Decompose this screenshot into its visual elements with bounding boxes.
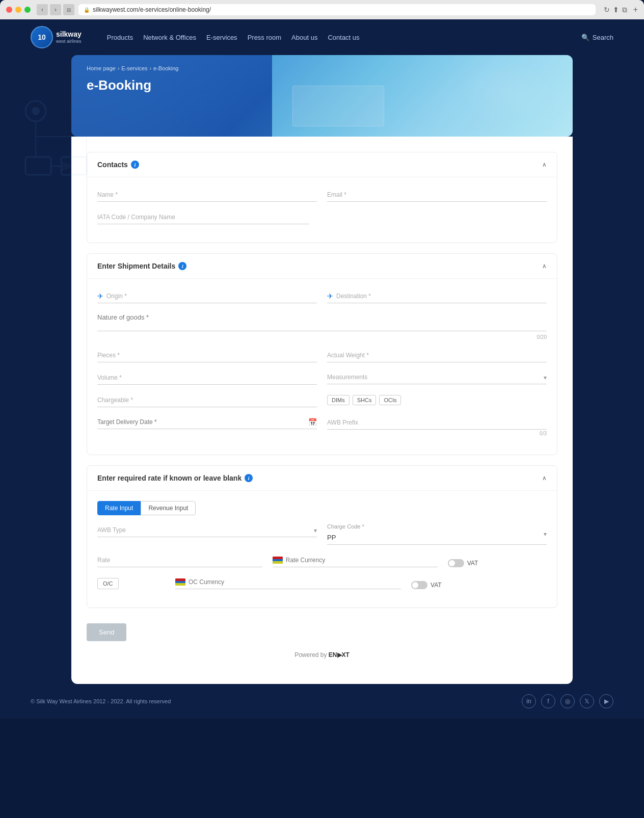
sidebar-button[interactable]: ⊟ [63, 4, 74, 15]
nav-eservices[interactable]: E-services [206, 34, 237, 41]
calendar-icon[interactable]: 📅 [308, 418, 317, 426]
volume-input[interactable] [97, 371, 317, 385]
search-area[interactable]: 🔍 Search [581, 34, 613, 41]
logo-text: silkway west airlines [56, 30, 82, 44]
name-field [97, 188, 317, 202]
origin-input-wrapper: ✈ [97, 289, 317, 303]
linkedin-icon[interactable]: in [522, 694, 536, 708]
vat-toggle[interactable] [448, 559, 464, 567]
minimize-button[interactable] [15, 7, 21, 13]
delivery-date-field: 📅 [97, 415, 317, 436]
close-button[interactable] [6, 7, 12, 13]
rate-header[interactable]: Enter required rate if known or leave bl… [87, 466, 557, 491]
origin-input[interactable] [106, 289, 317, 303]
main-content: Contacts i ∧ [71, 137, 573, 684]
nav-about[interactable]: About us [291, 34, 317, 41]
vat2-toggle-area: VAT [411, 581, 547, 589]
shipment-body: ✈ ✈ [87, 279, 557, 455]
awb-type-select[interactable]: AWB Type Master House [97, 523, 317, 537]
awb-prefix-field: 0/3 [327, 415, 547, 436]
brand-name: silkway [56, 30, 82, 39]
back-button[interactable]: ‹ [37, 4, 48, 15]
contacts-section: Contacts i ∧ [87, 152, 557, 243]
breadcrumb-eservices[interactable]: E-services [121, 65, 147, 71]
top-nav: 10 silkway west airlines Products Networ… [0, 19, 644, 55]
tags-area: DIMs SHCs OCIs [327, 393, 547, 407]
vat2-field: VAT [411, 581, 547, 589]
iata-input[interactable] [97, 210, 309, 224]
email-input[interactable] [327, 188, 547, 202]
iata-field [97, 210, 309, 224]
shcs-tag[interactable]: SHCs [353, 395, 377, 405]
awb-type-wrapper: AWB Type Master House [97, 523, 317, 537]
email-field [327, 188, 547, 202]
maximize-button[interactable] [24, 7, 31, 13]
awb-prefix-input[interactable] [327, 415, 547, 430]
nav-products[interactable]: Products [107, 34, 133, 41]
chargeable-field [97, 393, 317, 407]
awb-type-field: AWB Type Master House [97, 523, 317, 545]
rate-tabs: Rate Input Revenue Input [97, 501, 547, 515]
destination-field: ✈ [327, 289, 547, 303]
volume-field [97, 371, 317, 385]
contacts-body [87, 177, 557, 243]
vat-field: VAT [448, 559, 547, 567]
weight-input[interactable] [327, 348, 547, 362]
name-input[interactable] [97, 188, 317, 202]
breadcrumb-home[interactable]: Home page [87, 65, 116, 71]
charge-code-label: Charge Code * [327, 523, 547, 530]
instagram-icon[interactable]: ◎ [560, 694, 575, 708]
forward-button[interactable]: › [50, 4, 61, 15]
chargeable-input[interactable] [97, 393, 317, 407]
vat-label: VAT [467, 560, 478, 567]
oc-currency-field [175, 575, 401, 589]
contacts-header[interactable]: Contacts i ∧ [87, 152, 557, 177]
new-tab-button[interactable]: + [633, 5, 638, 14]
brand-sub: west airlines [56, 39, 82, 44]
svg-point-1 [32, 107, 40, 115]
plane-landing-icon: ✈ [327, 292, 333, 300]
vat2-toggle[interactable] [411, 581, 427, 589]
shipment-title: Enter Shipment Details i [97, 262, 186, 270]
oc-currency-input[interactable] [189, 575, 401, 589]
rate-currency-wrapper [273, 553, 438, 567]
send-button[interactable]: Send [87, 623, 126, 641]
social-icons: in f ◎ 𝕏 ▶ [522, 694, 613, 708]
shipment-section: Enter Shipment Details i ∧ ✈ [87, 253, 557, 455]
shipment-header[interactable]: Enter Shipment Details i ∧ [87, 254, 557, 279]
nav-network[interactable]: Network & Offices [143, 34, 196, 41]
oc-field: O/C [97, 578, 165, 589]
charge-code-field: Charge Code * PP CC [327, 523, 547, 545]
nature-input[interactable] [97, 311, 547, 331]
nav-pressroom[interactable]: Press room [248, 34, 281, 41]
browser-chrome: ‹ › ⊟ 🔒 silkwaywest.com/e-services/onlin… [0, 0, 644, 19]
measurements-select[interactable]: Measurements cm in [327, 371, 547, 384]
oc-button[interactable]: O/C [97, 578, 119, 589]
tabs-button[interactable]: ⧉ [622, 6, 627, 14]
dims-tag[interactable]: DIMs [327, 395, 350, 405]
tab-revenue-input[interactable]: Revenue Input [141, 501, 196, 515]
destination-input[interactable] [336, 289, 547, 303]
powered-brand: EN▶XT [329, 651, 350, 658]
facebook-icon[interactable]: f [541, 694, 555, 708]
rate-input[interactable] [97, 553, 262, 567]
rate-info-icon: i [245, 474, 253, 482]
rate-field [97, 553, 262, 567]
youtube-icon[interactable]: ▶ [599, 694, 613, 708]
pieces-input[interactable] [97, 348, 317, 362]
share-button[interactable]: ⬆ [613, 6, 619, 14]
contacts-chevron-icon: ∧ [542, 161, 547, 168]
nature-field: 0/20 [97, 311, 547, 340]
search-label: Search [593, 34, 613, 41]
charge-code-select[interactable]: PP CC [327, 531, 547, 545]
ocis-tag[interactable]: OCIs [379, 395, 401, 405]
twitter-icon[interactable]: 𝕏 [580, 694, 594, 708]
reload-button[interactable]: ↻ [604, 6, 610, 14]
logo-icon: 10 [31, 26, 53, 48]
address-bar[interactable]: 🔒 silkwaywest.com/e-services/online-book… [78, 4, 596, 15]
nav-contact[interactable]: Contact us [328, 34, 359, 41]
logo-area[interactable]: 10 silkway west airlines [31, 26, 82, 48]
rate-currency-input[interactable] [286, 553, 438, 567]
delivery-date-input[interactable] [97, 415, 308, 429]
tab-rate-input[interactable]: Rate Input [97, 501, 141, 515]
